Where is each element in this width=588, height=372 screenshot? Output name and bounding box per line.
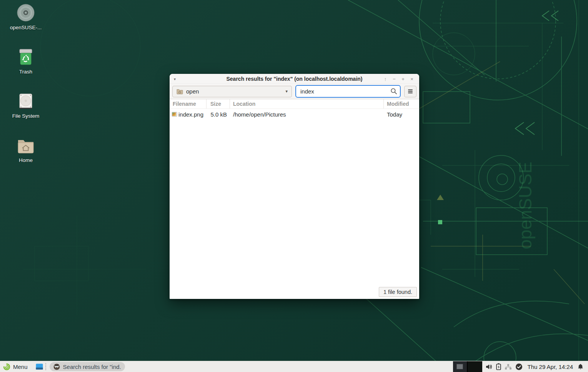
search-icon [390, 88, 397, 96]
drive-icon [16, 92, 35, 111]
search-input[interactable] [295, 85, 401, 98]
maximize-button[interactable]: + [400, 75, 406, 83]
desktop-icon-filesystem[interactable]: File System [5, 92, 47, 136]
window-toolbar: open ▾ [170, 84, 419, 99]
catfish-app-icon [53, 364, 60, 370]
home-folder-icon [16, 136, 35, 155]
column-header-location[interactable]: Location [230, 99, 384, 108]
menu-label: Menu [13, 364, 28, 370]
file-list: Filename Size Location Modified [170, 99, 419, 299]
workspace-window-thumb [456, 364, 463, 369]
location-selector-value: open [186, 88, 282, 95]
desktop-icon-label: Home [19, 157, 33, 163]
folder-home-icon [177, 89, 183, 94]
cell-location: /home/open/Pictures [230, 111, 384, 118]
minimize-button[interactable]: − [391, 75, 398, 83]
desktop-icon-home[interactable]: Home [5, 136, 47, 180]
desktop-icon-label: Trash [19, 69, 32, 75]
system-tray [482, 363, 524, 370]
taskbar-handle[interactable] [45, 363, 48, 370]
location-selector[interactable]: open ▾ [172, 86, 292, 97]
desktop-icon [36, 364, 43, 370]
opensuse-geeko-icon [3, 363, 10, 370]
desktop-icon-label: File System [12, 113, 40, 119]
cell-modified: Today [384, 111, 419, 118]
battery-charging-icon[interactable] [496, 363, 501, 370]
workspace-2[interactable] [468, 361, 482, 372]
taskbar: Menu Search results for "ind... [0, 361, 588, 372]
column-header-size[interactable]: Size [207, 99, 230, 108]
trash-icon [16, 47, 35, 67]
desktop-icon-trash[interactable]: Trash [5, 47, 47, 92]
desktop-icon-list: openSUSE-... Trash [5, 3, 47, 180]
column-header-filename[interactable]: Filename [170, 99, 207, 108]
desktop-icon-label: openSUSE-... [10, 25, 42, 30]
search-field-wrap [295, 85, 401, 98]
network-icon[interactable] [505, 364, 512, 370]
window-titlebar[interactable]: ▾ Search results for "index" (on localho… [170, 74, 419, 84]
clock[interactable]: Thu 29 Apr, 14:24 [524, 364, 577, 370]
disc-icon [16, 3, 35, 22]
updates-check-icon[interactable] [515, 363, 523, 370]
notification-bell-icon[interactable] [577, 364, 588, 370]
search-results-window: ▾ Search results for "index" (on localho… [170, 74, 419, 299]
taskbar-window-button[interactable]: Search results for "ind... [50, 362, 125, 371]
desktop-icon-opensuse[interactable]: openSUSE-... [5, 3, 47, 47]
applications-menu-button[interactable]: Menu [0, 361, 32, 372]
volume-icon[interactable] [485, 364, 493, 370]
close-button[interactable]: × [408, 75, 415, 83]
hamburger-icon [408, 89, 413, 93]
taskbar-window-label: Search results for "ind... [63, 364, 121, 370]
workspace-switcher [453, 361, 482, 372]
window-controls: ↑ − + × [382, 74, 415, 84]
show-desktop-button[interactable] [35, 361, 44, 372]
file-list-header: Filename Size Location Modified [170, 99, 419, 109]
workspace-1[interactable] [453, 361, 468, 372]
image-file-icon [172, 111, 178, 117]
cell-size: 5.0 kB [207, 111, 230, 118]
column-header-modified[interactable]: Modified [384, 99, 419, 108]
chevron-down-icon: ▾ [285, 89, 288, 94]
table-row[interactable]: index.png 5.0 kB /home/open/Pictures Tod… [170, 109, 419, 120]
hamburger-menu-button[interactable] [404, 86, 416, 97]
shade-button[interactable]: ↑ [382, 75, 389, 83]
svg-text:openSUSE: openSUSE [515, 162, 535, 249]
cell-filename: index.png [170, 111, 207, 118]
filename-text: index.png [178, 111, 203, 118]
status-badge: 1 file found. [379, 287, 417, 297]
